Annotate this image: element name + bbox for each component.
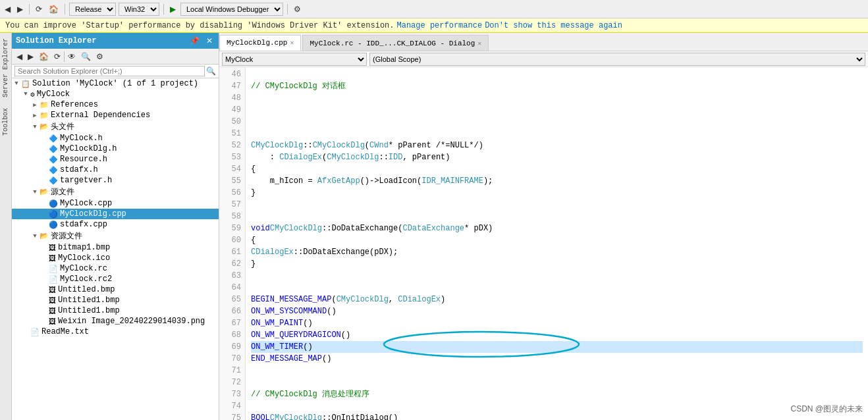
manage-performance-link[interactable]: Manage performance [397, 21, 483, 30]
config-dropdown[interactable]: Release Debug [69, 3, 116, 16]
tree-item-19[interactable]: 🖼 Untitled.bmp [12, 284, 219, 295]
tree-item-5[interactable]: 🔷 MyClock.h [12, 133, 219, 144]
se-refresh-btn[interactable]: ⟳ [52, 51, 63, 62]
tree-item-18[interactable]: 📄 MyClock.rc2 [12, 274, 219, 284]
tree-item-label: bitmap1.bmp [58, 243, 110, 252]
tree-item-label: Solution 'MyClock' (1 of 1 project) [32, 79, 198, 88]
line-num-75: 75 [219, 412, 241, 420]
tree-item-icon: 🖼 [49, 307, 56, 315]
file-selector[interactable]: MyClock [222, 53, 367, 66]
tree-item-11[interactable]: 🔵 MyClock.cpp [12, 198, 219, 209]
line-numbers: 4647484950515253545556575859606162636465… [219, 67, 246, 420]
tree-item-label: Resource.h [60, 155, 107, 164]
tree-item-2[interactable]: ▶ 📁 References [12, 99, 219, 110]
se-filter-btn[interactable]: 🔍 [79, 51, 93, 62]
line-num-53: 53 [219, 151, 241, 163]
toolbar-btn2[interactable]: 🏠 [47, 4, 61, 14]
tree-item-0[interactable]: ▼ 📋 Solution 'MyClock' (1 of 1 project) [12, 78, 219, 89]
tab-close-0[interactable]: ✕ [290, 39, 294, 47]
code-line-55: m_hIcon = AfxGetApp()->LoadIcon(IDR_MAIN… [251, 175, 863, 187]
code-line-65: BEGIN_MESSAGE_MAP(CMyClockDlg, CDialogEx… [251, 294, 863, 305]
tree-item-icon: ⚙ [30, 90, 35, 99]
line-num-66: 66 [219, 305, 241, 317]
se-back-btn[interactable]: ◀ [14, 51, 24, 62]
info-message: You can improve 'Startup' performance by… [5, 21, 394, 30]
code-content[interactable]: // CMyClockDlg 对话框 CMyClockDlg::CMyClock… [246, 67, 868, 420]
tree-item-label: stdafx.h [60, 165, 98, 174]
code-line-59: void CMyClockDlg::DoDataExchange(CDataEx… [251, 223, 863, 234]
run-btn[interactable]: ▶ [168, 4, 178, 14]
code-line-64 [251, 282, 863, 294]
expand-arrow: ▼ [12, 80, 21, 87]
server-explorer-label[interactable]: Server Explorer [1, 33, 11, 103]
tree-item-icon: 🔵 [49, 210, 58, 219]
tree-item-10[interactable]: ▼ 📂 源文件 [12, 186, 219, 198]
tree-item-icon: 🖼 [49, 317, 56, 326]
search-icon: 🔍 [206, 66, 216, 76]
se-properties-btn[interactable]: ⚙ [94, 51, 105, 62]
tree-item-9[interactable]: 🔷 targetver.h [12, 175, 219, 186]
se-forward-btn[interactable]: ▶ [26, 51, 36, 62]
tree-item-4[interactable]: ▼ 📂 头文件 [12, 120, 219, 133]
code-line-47: // CMyClockDlg 对话框 [251, 80, 863, 92]
tree-item-13[interactable]: 🔵 stdafx.cpp [12, 219, 219, 230]
tree-item-23[interactable]: 📄 ReadMe.txt [12, 327, 219, 337]
se-search-input[interactable] [14, 66, 205, 76]
tree-item-label: Untitled.bmp [58, 285, 115, 294]
line-num-68: 68 [219, 329, 241, 341]
se-show-all-btn[interactable]: 👁 [66, 51, 78, 62]
tree-item-label: MyClock.rc2 [60, 275, 112, 284]
tab-0[interactable]: MyClockDlg.cpp✕ [219, 35, 301, 51]
code-line-62: } [251, 258, 863, 270]
tree-item-icon: 🔷 [49, 145, 58, 153]
tree-item-12[interactable]: 🔵 MyClockDlg.cpp [12, 209, 219, 219]
line-num-69: 69 [219, 341, 241, 353]
line-num-50: 50 [219, 116, 241, 128]
line-num-67: 67 [219, 317, 241, 329]
code-line-69: ON_WM_TIMER() [251, 341, 863, 353]
tree-item-20[interactable]: 🖼 Untitled1.bmp [12, 295, 219, 305]
tree-item-label: Untitled1.bmp [58, 296, 120, 305]
back-btn[interactable]: ◀ [3, 4, 13, 14]
code-line-49 [251, 104, 863, 116]
line-num-72: 72 [219, 377, 241, 388]
tree-item-15[interactable]: 🖼 bitmap1.bmp [12, 242, 219, 253]
line-num-71: 71 [219, 365, 241, 377]
tree-item-3[interactable]: ▶ 📁 External Dependencies [12, 110, 219, 120]
tree-item-label: MyClockDlg.h [60, 144, 117, 153]
line-num-61: 61 [219, 246, 241, 258]
main-layout: Server Explorer Toolbox Solution Explore… [0, 33, 868, 420]
se-home-btn[interactable]: 🏠 [37, 51, 51, 62]
line-num-63: 63 [219, 270, 241, 282]
extra-btn[interactable]: ⚙ [292, 4, 303, 14]
dismiss-link[interactable]: Don't show this message again [485, 21, 622, 30]
platform-dropdown[interactable]: Win32 x64 [119, 3, 159, 16]
tree-item-label: MyClockDlg.cpp [60, 209, 126, 219]
tree-item-icon: 🔷 [49, 155, 58, 164]
tree-item-7[interactable]: 🔷 Resource.h [12, 154, 219, 165]
tree-item-14[interactable]: ▼ 📂 资源文件 [12, 230, 219, 242]
tree-item-22[interactable]: 🖼 Weixin Image_20240229014039.png [12, 316, 219, 327]
tree-item-16[interactable]: 🖼 MyClock.ico [12, 253, 219, 263]
se-pin-btn[interactable]: 📌 [188, 36, 202, 46]
forward-btn[interactable]: ▶ [15, 4, 25, 14]
tab-1[interactable]: MyClock.rc - IDD_...CK_DIALOG - Dialog✕ [302, 35, 489, 51]
line-num-60: 60 [219, 234, 241, 246]
tree-item-6[interactable]: 🔷 MyClockDlg.h [12, 144, 219, 154]
tab-close-1[interactable]: ✕ [477, 39, 481, 47]
editor-toolbar: MyClock (Global Scope) [219, 51, 868, 67]
line-num-49: 49 [219, 104, 241, 116]
tree-item-21[interactable]: 🖼 Untitled1.bmp [12, 305, 219, 316]
tree-item-1[interactable]: ▼ ⚙ MyClock [12, 89, 219, 99]
line-num-62: 62 [219, 258, 241, 270]
se-header: Solution Explorer 📌 ✕ [12, 33, 219, 49]
debugger-dropdown[interactable]: Local Windows Debugger [180, 3, 283, 16]
toolbox-label[interactable]: Toolbox [1, 103, 11, 141]
toolbar-btn1[interactable]: ⟳ [34, 4, 44, 14]
scope-selector[interactable]: (Global Scope) [369, 53, 865, 66]
tree-item-8[interactable]: 🔷 stdafx.h [12, 165, 219, 175]
se-close-btn[interactable]: ✕ [204, 36, 215, 46]
tree-item-17[interactable]: 📄 MyClock.rc [12, 263, 219, 274]
tree-item-label: Weixin Image_20240229014039.png [58, 317, 205, 326]
tree-item-icon: 🖼 [49, 244, 56, 252]
